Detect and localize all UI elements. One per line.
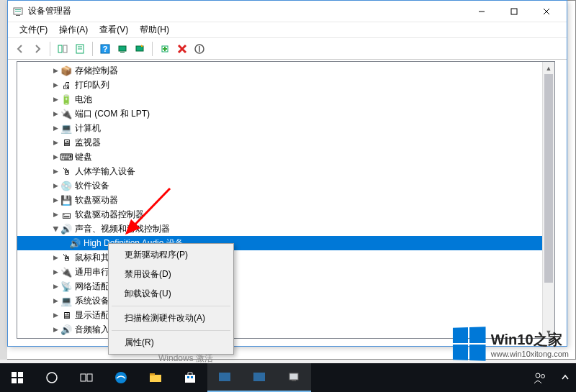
svg-point-39: [541, 375, 545, 378]
expand-icon[interactable]: ▶: [50, 124, 60, 132]
tree-item[interactable]: ▶💾软盘驱动器: [17, 193, 554, 207]
svg-rect-3: [15, 11, 21, 12]
back-button[interactable]: [12, 41, 28, 57]
tree-item[interactable]: ▶🔌通用串行: [17, 265, 554, 279]
menu-help[interactable]: 帮助(H): [134, 22, 175, 37]
expand-icon[interactable]: ▶: [50, 96, 60, 103]
disable-button[interactable]: [192, 41, 207, 57]
menu-scan-hardware[interactable]: 扫描检测硬件改动(A): [110, 309, 232, 328]
maximize-button[interactable]: [498, 1, 530, 22]
tree-label: 系统设备: [75, 295, 109, 307]
menu-separator: [112, 330, 230, 331]
expand-icon[interactable]: ▶: [50, 110, 60, 117]
expand-icon[interactable]: ▶: [50, 211, 60, 218]
expand-icon[interactable]: ▶: [50, 139, 60, 146]
menu-action[interactable]: 操作(A): [53, 22, 94, 37]
show-hide-tree-button[interactable]: [55, 41, 71, 57]
tree-item-hd-audio[interactable]: 🔊High Definition Audio 设备: [17, 236, 554, 250]
expand-icon[interactable]: ▶: [50, 67, 60, 74]
start-button[interactable]: [0, 363, 35, 392]
cortana-button[interactable]: [35, 363, 69, 392]
enable-button[interactable]: [157, 41, 173, 57]
computer-icon: 💻: [60, 122, 72, 134]
expand-icon[interactable]: ▶: [50, 268, 60, 275]
expand-icon[interactable]: ▶: [50, 168, 60, 175]
forward-button[interactable]: [30, 41, 45, 57]
expand-icon[interactable]: ▶: [50, 196, 60, 204]
properties-button[interactable]: [72, 41, 88, 57]
tree-item[interactable]: ▶🖴软盘驱动器控制器: [17, 207, 554, 222]
window-controls: [465, 1, 562, 22]
tree-item[interactable]: ▶📦存储控制器: [17, 63, 554, 78]
vertical-scrollbar[interactable]: ▲ ▼: [542, 62, 554, 338]
svg-rect-35: [253, 373, 265, 381]
expand-icon[interactable]: ▶: [50, 81, 60, 88]
expand-icon[interactable]: ▶: [50, 182, 60, 189]
tree-label: 电池: [75, 94, 92, 106]
menu-uninstall-device[interactable]: 卸载设备(U): [110, 284, 232, 304]
tree-item[interactable]: ▶⌨键盘: [17, 150, 554, 164]
expand-icon[interactable]: ▶: [50, 311, 60, 319]
tree-item-sound[interactable]: ⯆🔊声音、视频和游戏控制器: [17, 222, 554, 236]
scroll-thumb[interactable]: [544, 74, 553, 283]
tree-item[interactable]: ▶📡网络适配: [17, 279, 554, 293]
tree-item[interactable]: ▶🔌端口 (COM 和 LPT): [17, 106, 554, 121]
tree-label: 存储控制器: [75, 65, 118, 77]
menu-properties[interactable]: 属性(R): [110, 333, 232, 352]
expand-icon[interactable]: ▶: [50, 297, 60, 304]
taskbar-app[interactable]: [242, 363, 276, 392]
tray-up-arrow[interactable]: [554, 363, 576, 392]
tray-people[interactable]: [526, 363, 554, 392]
update-driver-button[interactable]: [132, 41, 148, 57]
close-button[interactable]: [530, 1, 562, 22]
tree-item[interactable]: ▶💻计算机: [17, 121, 554, 135]
tree-item[interactable]: ▶🖱人体学输入设备: [17, 164, 554, 178]
minimize-button[interactable]: [465, 1, 498, 22]
help-button[interactable]: ?: [97, 41, 113, 57]
menu-update-driver[interactable]: 更新驱动程序(P): [110, 245, 232, 265]
tree-item[interactable]: ▶💻系统设备: [17, 293, 554, 308]
scroll-up-button[interactable]: ▲: [543, 62, 554, 74]
expand-icon[interactable]: ▶: [50, 326, 60, 333]
watermark-url: www.win10xitong.com: [491, 350, 569, 358]
svg-rect-23: [12, 378, 17, 383]
taskbar-store[interactable]: [173, 363, 207, 392]
taskbar-app[interactable]: [207, 363, 242, 392]
tree-item[interactable]: ▶🖥监视器: [17, 135, 554, 150]
menu-view[interactable]: 查看(V): [94, 22, 134, 37]
taskbar-edge[interactable]: [104, 363, 138, 392]
tree-item[interactable]: ▶🖨打印队列: [17, 78, 554, 92]
tree-item[interactable]: ▶🔋电池: [17, 92, 554, 106]
collapse-icon[interactable]: ⯆: [50, 225, 60, 232]
svg-rect-5: [511, 9, 517, 14]
scan-hardware-button[interactable]: [114, 41, 130, 57]
window-title: 设备管理器: [28, 5, 71, 17]
svg-rect-21: [12, 372, 17, 377]
tree-item[interactable]: ▶🖱鼠标和其他: [17, 250, 554, 265]
software-icon: 💿: [60, 180, 72, 191]
menu-separator: [112, 306, 230, 306]
tree-label: 软件设备: [75, 180, 109, 192]
device-tree[interactable]: ▶📦存储控制器 ▶🖨打印队列 ▶🔋电池 ▶🔌端口 (COM 和 LPT) ▶💻计…: [17, 62, 554, 338]
tree-item[interactable]: ▶💿软件设备: [17, 178, 554, 193]
svg-rect-30: [150, 373, 155, 375]
tree-item[interactable]: ▶🖥显示适配: [17, 308, 554, 322]
toolbar-separator: [50, 42, 50, 56]
sound-icon: 🔊: [60, 223, 72, 234]
toolbar-separator: [152, 42, 153, 56]
menu-file[interactable]: 文件(F): [14, 22, 53, 37]
printer-icon: 🖨: [60, 79, 72, 91]
windows-logo-icon: [453, 327, 486, 361]
taskbar-explorer[interactable]: [138, 363, 173, 392]
monitor-icon: 🖥: [60, 137, 72, 148]
svg-rect-24: [18, 378, 23, 383]
uninstall-button[interactable]: [174, 41, 190, 57]
taskbar: [0, 363, 576, 392]
usb-icon: 🔌: [60, 266, 72, 278]
tree-label: 计算机: [75, 122, 101, 135]
taskbar-device-manager[interactable]: [276, 363, 311, 392]
menu-disable-device[interactable]: 禁用设备(D): [110, 265, 232, 284]
expand-icon[interactable]: ▶: [50, 283, 60, 290]
task-view-button[interactable]: [69, 363, 104, 392]
expand-icon[interactable]: ▶: [50, 254, 60, 261]
